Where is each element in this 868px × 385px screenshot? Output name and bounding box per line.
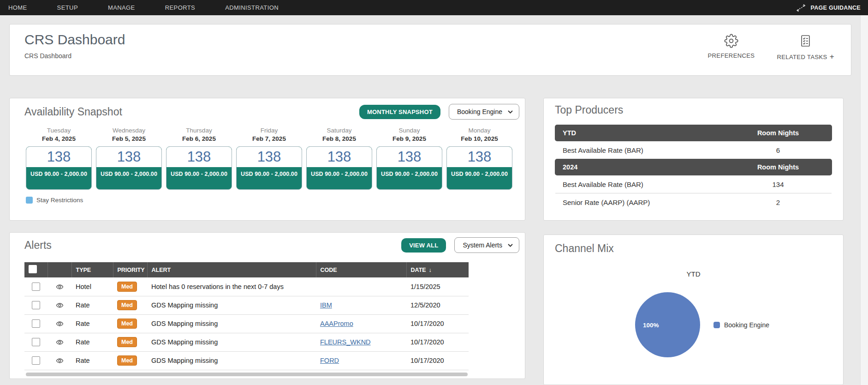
date-column-label: DATE	[411, 267, 426, 273]
day-date: Feb 10, 2025	[446, 135, 512, 142]
code-column-header: CODE	[316, 262, 406, 277]
related-tasks-button[interactable]: RELATED TASKS +	[777, 34, 834, 61]
nav-item-administration[interactable]: ADMINISTRATION	[225, 4, 279, 11]
day-availability-box[interactable]: 138 USD 90.00 - 2,000.00	[26, 146, 92, 190]
nav-item-setup[interactable]: SETUP	[57, 4, 78, 11]
producers-group-header-ytd: YTD Room Nights	[555, 125, 832, 141]
legend-label: Booking Engine	[724, 321, 769, 329]
page-title: CRS Dashboard	[24, 32, 125, 48]
producer-value: 6	[732, 146, 824, 154]
priority-badge: Med	[117, 300, 137, 310]
alert-row: Hotel Med Hotel has 0 reservations in th…	[24, 277, 469, 296]
channel-mix-card: Channel Mix YTD 100% Booking Engine	[543, 235, 844, 385]
day-date: Feb 7, 2025	[236, 135, 302, 142]
priority-badge: Med	[117, 337, 137, 347]
row-checkbox[interactable]	[32, 319, 40, 328]
day-tile: Monday Feb 10, 2025 138 USD 90.00 - 2,00…	[446, 127, 512, 190]
alerts-filter-select[interactable]: System Alerts	[454, 237, 519, 253]
rooms-available: 138	[237, 147, 302, 167]
horizontal-scrollbar[interactable]	[26, 373, 468, 376]
day-date: Feb 5, 2025	[96, 135, 162, 142]
channel-mix-title: Channel Mix	[555, 242, 614, 255]
eye-icon[interactable]	[55, 301, 65, 309]
alert-row: Rate Med GDS Mapping missing AAAPromo 10…	[24, 314, 469, 333]
eye-icon[interactable]	[55, 283, 65, 291]
code-link[interactable]: FLEURS_WKND	[320, 338, 371, 346]
alerts-card: Alerts VIEW ALL System Alerts TYPE PRIOR…	[9, 232, 525, 379]
alert-type: Rate	[71, 351, 113, 370]
alert-column-header: ALERT	[147, 262, 316, 277]
select-all-checkbox[interactable]	[29, 265, 37, 273]
legend-swatch	[713, 322, 720, 328]
day-tile: Wednesday Feb 5, 2025 138 USD 90.00 - 2,…	[96, 127, 162, 190]
producer-value: 134	[732, 180, 824, 188]
priority-badge: Med	[117, 319, 137, 329]
preferences-button[interactable]: PREFERENCES	[708, 34, 755, 61]
producer-label: Best Available Rate (BAR)	[563, 180, 643, 188]
day-availability-box[interactable]: 138 USD 90.00 - 2,000.00	[376, 146, 442, 190]
code-link[interactable]: IBM	[320, 301, 332, 309]
related-tasks-label: RELATED TASKS	[777, 54, 827, 60]
nav-menu: HOME SETUP MANAGE REPORTS ADMINISTRATION	[8, 4, 279, 11]
day-date: Feb 4, 2025	[26, 135, 92, 142]
top-nav: HOME SETUP MANAGE REPORTS ADMINISTRATION…	[0, 0, 868, 15]
rate-range: USD 90.00 - 2,000.00	[377, 167, 442, 177]
alert-text: GDS Mapping missing	[147, 296, 316, 314]
alerts-header-row: TYPE PRIORITY ALERT CODE DATE↓	[24, 262, 469, 277]
day-availability-box[interactable]: 138 USD 90.00 - 2,000.00	[306, 146, 372, 190]
row-checkbox[interactable]	[32, 301, 40, 309]
row-checkbox[interactable]	[32, 283, 40, 291]
eye-icon[interactable]	[55, 338, 65, 346]
day-availability-box[interactable]: 138 USD 90.00 - 2,000.00	[166, 146, 232, 190]
day-availability-box[interactable]: 138 USD 90.00 - 2,000.00	[96, 146, 162, 190]
producer-row: Best Available Rate (BAR) 134	[555, 175, 832, 193]
channel-select[interactable]: Booking Engine	[449, 104, 519, 120]
gear-icon	[724, 34, 738, 48]
rate-range: USD 90.00 - 2,000.00	[26, 167, 91, 177]
monthly-snapshot-button[interactable]: MONTHLY SNAPSHOT	[359, 105, 440, 119]
alert-row: Rate Med GDS Mapping missing IBM 12/5/20…	[24, 296, 469, 314]
vertical-scrollbar[interactable]	[860, 15, 868, 385]
alert-date: 10/17/2020	[406, 333, 469, 351]
rooms-available: 138	[26, 147, 91, 167]
rate-range: USD 90.00 - 2,000.00	[166, 167, 232, 177]
period-label: 2024	[563, 163, 577, 171]
day-availability-box[interactable]: 138 USD 90.00 - 2,000.00	[236, 146, 302, 190]
nav-item-home[interactable]: HOME	[8, 4, 27, 11]
day-name: Friday	[236, 127, 302, 134]
pie-slice-label: 100%	[643, 321, 659, 328]
eye-icon[interactable]	[55, 320, 65, 328]
alert-text: GDS Mapping missing	[147, 351, 316, 370]
code-link[interactable]: AAAPromo	[320, 320, 353, 327]
alert-date: 10/17/2020	[406, 351, 469, 370]
producer-label: Best Available Rate (BAR)	[563, 146, 643, 154]
rooms-available: 138	[307, 147, 372, 167]
alert-row: Rate Med GDS Mapping missing FORD 10/17/…	[24, 351, 469, 370]
channel-select-value: Booking Engine	[457, 108, 502, 115]
day-date: Feb 8, 2025	[306, 135, 372, 142]
alerts-filter-value: System Alerts	[463, 241, 502, 249]
date-column-header[interactable]: DATE↓	[406, 262, 469, 277]
eye-icon[interactable]	[55, 357, 65, 365]
preferences-label: PREFERENCES	[708, 52, 755, 59]
view-all-button[interactable]: VIEW ALL	[401, 238, 446, 253]
row-checkbox[interactable]	[32, 356, 40, 365]
nav-item-manage[interactable]: MANAGE	[108, 4, 135, 11]
day-availability-box[interactable]: 138 USD 90.00 - 2,000.00	[446, 146, 512, 190]
day-name: Monday	[446, 127, 512, 134]
nav-item-reports[interactable]: REPORTS	[165, 4, 195, 11]
guidance-route-icon	[795, 4, 806, 12]
type-column-header: TYPE	[71, 262, 113, 277]
day-name: Tuesday	[26, 127, 92, 134]
availability-title: Availability Snapshot	[24, 106, 122, 118]
alerts-table: TYPE PRIORITY ALERT CODE DATE↓ Hotel Med…	[24, 262, 469, 370]
stay-restrictions-legend: Stay Restrictions	[10, 190, 525, 204]
row-checkbox[interactable]	[32, 338, 40, 346]
channel-mix-pie: 100%	[635, 292, 700, 357]
availability-tiles: Tuesday Feb 4, 2025 138 USD 90.00 - 2,00…	[10, 120, 525, 190]
day-tile: Saturday Feb 8, 2025 138 USD 90.00 - 2,0…	[306, 127, 372, 190]
alert-type: Rate	[71, 314, 113, 333]
header-actions: PREFERENCES RELATED TASKS +	[708, 34, 834, 61]
page-guidance-button[interactable]: PAGE GUIDANCE	[795, 4, 861, 12]
code-link[interactable]: FORD	[320, 357, 339, 364]
